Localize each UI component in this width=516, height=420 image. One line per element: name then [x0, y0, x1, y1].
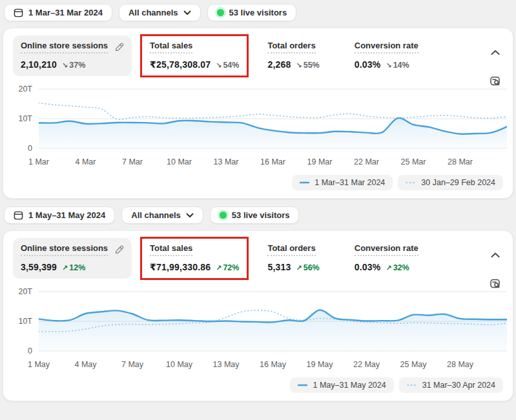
metric-delta: ↘37% [62, 61, 85, 70]
metric-value: 2,10,210 [21, 59, 57, 70]
x-tick-label: 28 Mar [448, 157, 473, 166]
trend-arrow-icon: ↗ [62, 264, 68, 272]
metric-value: ₹71,99,330.86 [150, 262, 211, 272]
plot-area: 1 May4 May7 May10 May13 May16 May19 May2… [39, 289, 507, 371]
metric-label: Total orders [267, 41, 315, 54]
channels-dropdown[interactable]: All channels [119, 4, 201, 21]
metric-delta: ↘55% [296, 61, 320, 70]
inspect-data-button[interactable] [488, 277, 502, 293]
trend-arrow-icon: ↗ [296, 264, 302, 272]
metric-conversion-rate[interactable]: Conversion rate 0.03% ↘14% [347, 35, 426, 76]
chart-area: 010T20T 1 May4 May7 May10 May13 May16 Ma… [13, 289, 503, 371]
metric-value: 2,268 [267, 59, 291, 70]
dotted-line-swatch-icon [406, 181, 416, 184]
live-visitors-badge[interactable]: 53 live visitors [207, 4, 297, 21]
inspect-data-button[interactable] [488, 74, 502, 90]
channels-dropdown[interactable]: All channels [121, 206, 203, 224]
sales-chart-march[interactable] [39, 86, 507, 151]
metric-online-store-sessions[interactable]: Online store sessions 2,10,210 ↘37% [13, 35, 132, 76]
metric-value: 3,59,399 [21, 262, 57, 272]
metric-delta: ↗12% [62, 263, 85, 272]
y-axis-labels: 010T20T [13, 289, 39, 354]
metric-label: Conversion rate [355, 243, 418, 256]
x-tick-label: 10 May [166, 360, 192, 369]
channels-label: All channels [131, 210, 181, 220]
x-tick-label: 19 Mar [307, 157, 333, 166]
live-visitors-label: 53 live visitors [232, 210, 290, 220]
inspect-data-icon [490, 75, 501, 87]
trend-arrow-icon: ↗ [386, 264, 391, 272]
legend-current-period[interactable]: 1 May–31 May 2024 [290, 377, 393, 393]
metric-delta: ↘54% [216, 61, 239, 70]
edit-metric-icon[interactable] [114, 43, 124, 52]
metric-label: Online store sessions [21, 243, 108, 256]
metric-online-store-sessions[interactable]: Online store sessions 3,59,399 ↗12% [13, 238, 132, 279]
x-tick-label: 19 May [307, 360, 333, 369]
x-tick-label: 25 May [400, 360, 427, 369]
metric-total-orders[interactable]: Total orders 5,313 ↗56% [260, 238, 327, 279]
date-range-label: 1 May–31 May 2024 [28, 210, 105, 220]
edit-metric-icon[interactable] [114, 245, 124, 255]
sales-chart-may[interactable] [39, 289, 507, 354]
legend-previous-period[interactable]: 30 Jan–29 Feb 2024 [398, 175, 503, 190]
inspect-data-icon [490, 278, 501, 290]
y-tick-label: 10T [18, 317, 32, 326]
live-visitors-badge[interactable]: 53 live visitors [210, 206, 300, 224]
x-axis-labels: 1 May4 May7 May10 May13 May16 May19 May2… [39, 355, 507, 371]
x-tick-label: 10 Mar [167, 157, 192, 166]
chevron-down-icon [186, 213, 194, 218]
date-range-button[interactable]: 1 May–31 May 2024 [4, 206, 115, 224]
dotted-line-swatch-icon [407, 384, 417, 386]
metric-label: Conversion rate [355, 41, 418, 54]
x-axis-labels: 1 Mar4 Mar7 Mar10 Mar13 Mar16 Mar19 Mar2… [39, 153, 507, 168]
collapse-panel-button[interactable] [490, 249, 501, 261]
legend-previous-period[interactable]: 31 Mar–30 Apr 2024 [399, 377, 503, 393]
chevron-down-icon [183, 10, 191, 15]
legend-label: 1 May–31 May 2024 [313, 381, 386, 390]
topbar-may: 1 May–31 May 2024 All channels 53 live v… [4, 206, 513, 224]
metric-value: 0.03% [355, 262, 381, 272]
legend-label: 30 Jan–29 Feb 2024 [421, 178, 495, 187]
calendar-icon [14, 210, 23, 220]
analytics-panel-march: Online store sessions 2,10,210 ↘37% Tota… [3, 28, 513, 199]
y-tick-label: 0 [28, 144, 32, 153]
metrics-row: Online store sessions 2,10,210 ↘37% Tota… [13, 35, 503, 76]
x-tick-label: 1 Mar [28, 157, 49, 166]
y-tick-label: 20T [18, 85, 32, 94]
legend-label: 31 Mar–30 Apr 2024 [422, 381, 495, 390]
x-tick-label: 13 Mar [214, 157, 239, 166]
live-dot-icon [217, 9, 224, 16]
analytics-panel-may: Online store sessions 3,59,399 ↗12% Tota… [3, 230, 513, 401]
y-tick-label: 10T [18, 114, 32, 123]
metric-total-sales[interactable]: Total sales ₹71,99,330.86 ↗72% [142, 238, 247, 279]
trend-arrow-icon: ↗ [216, 264, 222, 272]
legend-label: 1 Mar–31 Mar 2024 [315, 178, 385, 187]
metric-conversion-rate[interactable]: Conversion rate 0.03% ↗32% [347, 238, 426, 279]
x-tick-label: 4 May [74, 360, 96, 369]
analytics-dashboard: 1 Mar–31 Mar 2024 All channels 53 live v… [0, 0, 516, 401]
metric-total-sales[interactable]: Total sales ₹25,78,308.07 ↘54% [142, 35, 247, 76]
chevron-up-icon [491, 252, 500, 258]
date-range-button[interactable]: 1 Mar–31 Mar 2024 [4, 4, 112, 21]
x-tick-label: 16 May [260, 360, 286, 369]
collapse-panel-button[interactable] [490, 46, 501, 59]
metric-delta: ↗32% [386, 263, 409, 272]
metric-value: 5,313 [267, 262, 291, 272]
x-tick-label: 1 May [28, 360, 50, 369]
solid-line-swatch-icon [298, 384, 307, 386]
trend-arrow-icon: ↘ [216, 61, 222, 69]
metric-total-orders[interactable]: Total orders 2,268 ↘55% [260, 35, 327, 76]
metric-label: Total orders [267, 243, 315, 256]
metric-delta: ↗56% [296, 263, 320, 272]
metric-value: 0.03% [355, 59, 381, 70]
x-tick-label: 25 Mar [401, 157, 426, 166]
panel-controls [488, 249, 502, 293]
channels-label: All channels [129, 8, 178, 17]
metric-label: Total sales [150, 243, 192, 256]
x-tick-label: 22 Mar [354, 157, 379, 166]
chart-legend: 1 Mar–31 Mar 2024 30 Jan–29 Feb 2024 [13, 175, 503, 190]
legend-current-period[interactable]: 1 Mar–31 Mar 2024 [292, 175, 393, 190]
calendar-icon [14, 8, 23, 17]
metrics-row: Online store sessions 3,59,399 ↗12% Tota… [13, 238, 503, 279]
chart-legend: 1 May–31 May 2024 31 Mar–30 Apr 2024 [13, 377, 503, 393]
